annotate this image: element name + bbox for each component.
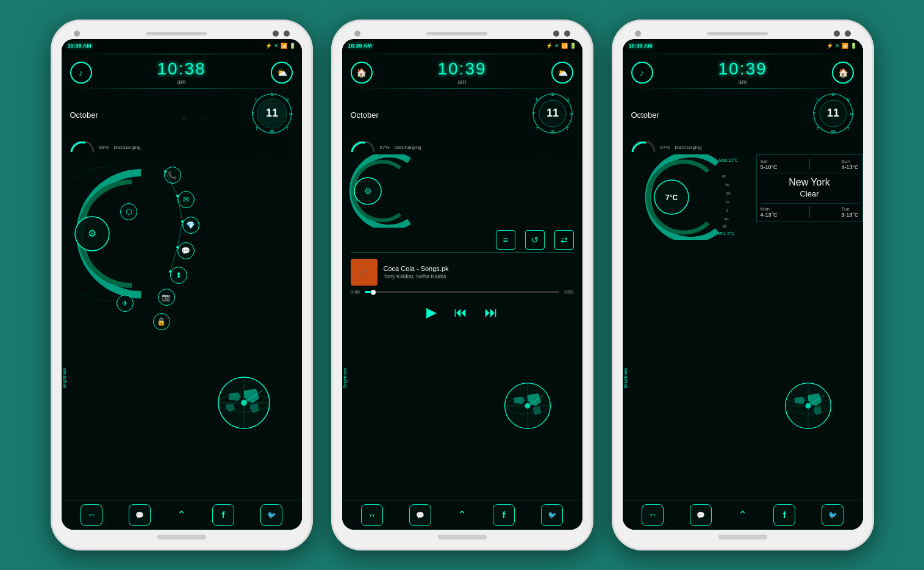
home-icon-circle[interactable]: 🏠 (351, 62, 373, 84)
youtube-icon-2[interactable]: YT (361, 504, 383, 526)
header-line-1 (68, 54, 296, 54)
add-queue-btn[interactable]: ≡ (496, 230, 515, 250)
svg-text:T: T (812, 112, 815, 116)
svg-text:T: T (847, 126, 850, 131)
tue-label: Tue (841, 206, 858, 212)
weather-icon: ⛅ (277, 68, 287, 78)
music-icon-circle-3[interactable]: ♪ (631, 62, 653, 84)
battery-pct-1: 68% (99, 145, 109, 150)
svg-text:m: m (850, 112, 854, 116)
weather-icon-circle[interactable]: ⛅ (271, 62, 293, 84)
bluetooth-icon-2: ⚡ (546, 43, 553, 49)
music-icon-3: ♪ (640, 68, 644, 78)
whatsapp-icon-3[interactable]: 💬 (690, 504, 712, 526)
svg-text:S: S (566, 97, 569, 101)
clock-ampm-3: am (718, 79, 767, 85)
whatsapp-icon[interactable]: 💬 (129, 504, 151, 526)
facebook-icon[interactable]: f (212, 504, 234, 526)
up-chevron-2[interactable]: ⌃ (457, 508, 467, 522)
shuffle-btn[interactable]: ⇄ (554, 230, 574, 250)
sun-temp: 4-13°C (841, 164, 858, 170)
svg-line-23 (177, 196, 182, 222)
music-info: 🎵 Coca Cola - Songs.pk Tony Kakkar, Neha… (342, 254, 582, 300)
twitter-icon-3[interactable]: 🐦 (822, 504, 843, 526)
home-button-1[interactable] (157, 535, 206, 539)
status-time-2: 10:39 AM (348, 43, 372, 49)
screen-1: 10:38 AM ⚡ ✕ 📶 🔋 ♪ 10:38 (62, 39, 302, 530)
signal-icon: ✕ (274, 43, 279, 49)
clock-line-2 (348, 88, 576, 88)
twitter-icon-2[interactable]: 🐦 (541, 504, 563, 526)
phone-3: 10:39 AM ⚡ ✕ 📶 🔋 ♪ 10:39 (612, 20, 874, 550)
svg-text:-10: -10 (723, 217, 729, 221)
svg-text:⚙: ⚙ (364, 186, 371, 196)
month-label-3: October (631, 110, 659, 120)
mon-label: Mon (761, 206, 778, 212)
repeat-btn[interactable]: ↺ (525, 230, 545, 250)
speaker-bar-2 (426, 32, 487, 35)
twitter-icon[interactable]: 🐦 (260, 504, 282, 526)
bottom-apps-3: YT 💬 ⌃ f 🐦 (623, 500, 863, 530)
camera-dot-3 (635, 31, 641, 37)
facebook-icon-2[interactable]: f (493, 504, 515, 526)
status-icons-2: ⚡ ✕ 📶 🔋 (546, 43, 576, 49)
clock-display-1: 10:38 am (157, 59, 206, 85)
music-icon-circle[interactable]: ♪ (70, 62, 92, 84)
music-play-controls: ▶ ⏮ ⏭ (342, 300, 582, 325)
battery-icon-2: 🔋 (570, 43, 576, 49)
tue-temp: 3-13°C (841, 212, 858, 218)
screen-inner-2: 10:39 AM ⚡ ✕ 📶 🔋 🏠 10:39 (342, 39, 582, 530)
up-chevron-1[interactable]: ⌃ (177, 508, 186, 522)
screen-inner-1: 10:38 AM ⚡ ✕ 📶 🔋 ♪ 10:38 (62, 39, 302, 530)
svg-text:7°C: 7°C (665, 193, 677, 202)
youtube-icon[interactable]: YT (81, 504, 102, 526)
up-chevron-3[interactable]: ⌃ (738, 508, 747, 522)
camera-dot-2 (354, 31, 360, 37)
svg-text:T: T (251, 112, 254, 116)
next-button[interactable]: ⏭ (484, 305, 498, 320)
clock-area-1: ♪ 10:38 am ⛅ (62, 56, 302, 87)
header-line-2 (348, 54, 576, 54)
svg-text:20: 20 (726, 192, 731, 195)
svg-text:11: 11 (265, 107, 278, 119)
facebook-icon-3[interactable]: f (773, 504, 795, 526)
youtube-icon-3[interactable]: YT (642, 504, 664, 526)
weather-condition: Clear (761, 189, 859, 198)
signal-icon-2: ✕ (554, 43, 559, 49)
mon-temp: 4-13°C (761, 212, 778, 218)
prev-button[interactable]: ⏮ (454, 305, 467, 320)
home-button-3[interactable] (718, 535, 767, 539)
status-bar-1: 10:38 AM ⚡ ✕ 📶 🔋 (62, 39, 302, 52)
sat-temp: 5-10°C (761, 164, 778, 170)
main-area-3: October S W T m F S T (623, 90, 863, 500)
wifi-icon-3: 📶 (842, 43, 848, 49)
play-button[interactable]: ▶ (426, 305, 437, 320)
clock-display-2: 10:39 am (437, 59, 486, 85)
music-divider (351, 252, 574, 253)
clock-ampm-2: am (437, 79, 486, 85)
svg-text:T: T (255, 126, 258, 131)
weather-panel: Sat 5-10°C Sun 4-13°C New York (756, 154, 863, 222)
time-current: 0:00 (351, 289, 360, 295)
home-button-2[interactable] (438, 535, 487, 539)
whatsapp-icon-2[interactable]: 💬 (409, 504, 431, 526)
svg-text:11: 11 (546, 107, 558, 119)
phone-top-bar-2 (342, 31, 582, 37)
clock-time-3: 10:39 (718, 59, 767, 79)
weather-icon-circle-2[interactable]: ⛅ (551, 62, 573, 84)
weather-icon-2: ⛅ (557, 68, 568, 78)
date-wheel-3: S W T m F S T T 11 (812, 92, 854, 137)
svg-text:-20: -20 (722, 225, 727, 228)
home-icon-circle-3[interactable]: 🏠 (832, 62, 854, 84)
svg-text:F: F (816, 97, 818, 101)
month-label-1: October (70, 110, 98, 120)
world-map-2 (503, 381, 552, 433)
bluetooth-icon: ⚡ (265, 43, 272, 49)
home-icon: 🏠 (356, 68, 367, 78)
date-wheel-1: S W T m F S T T 11 (251, 92, 293, 137)
sun-label: Sun (841, 159, 858, 164)
svg-text:T: T (816, 126, 819, 131)
svg-text:S: S (285, 97, 288, 101)
progress-track[interactable] (365, 291, 559, 293)
sensor-dots (273, 31, 290, 37)
